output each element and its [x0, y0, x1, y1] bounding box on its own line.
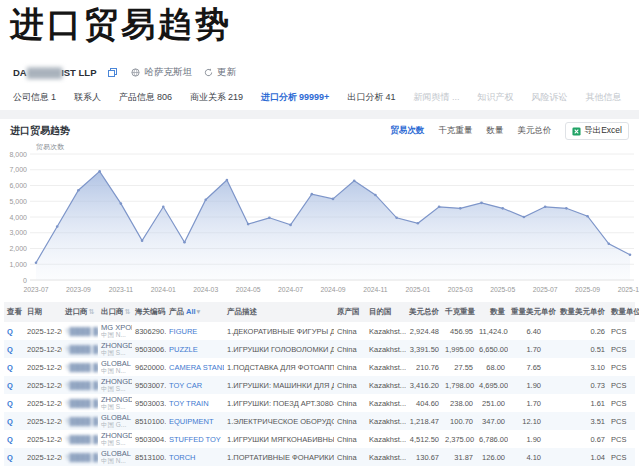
- x-tick-label: 2025-03: [448, 286, 473, 293]
- data-point[interactable]: [98, 170, 101, 173]
- trend-chart[interactable]: 01,0002,0003,0004,0005,0006,0007,0008,00…: [0, 142, 639, 300]
- data-point[interactable]: [586, 215, 589, 218]
- cell-exporter[interactable]: GLOBAL TR...中国 N...: [98, 358, 132, 376]
- cell-exporter[interactable]: ZHONGDA...中国 S...: [98, 430, 132, 448]
- cell-hs-code: 9503004...: [132, 430, 166, 448]
- cell-importer[interactable]: T████ █A██: [65, 435, 98, 444]
- col-header-6[interactable]: 产品All▾: [166, 302, 224, 322]
- data-point[interactable]: [565, 207, 568, 210]
- cell-importer[interactable]: T████ █A██: [65, 363, 98, 372]
- cell-importer[interactable]: T████ █A██: [65, 345, 98, 354]
- data-point[interactable]: [395, 216, 398, 219]
- cell-date: 2025-12-20: [24, 376, 62, 394]
- data-point[interactable]: [332, 198, 335, 201]
- cell-product-link[interactable]: EQUIPMENT: [169, 417, 214, 426]
- x-tick-label: 2023-07: [24, 286, 49, 293]
- view-detail-icon[interactable]: Q: [7, 453, 13, 462]
- cell-importer[interactable]: T████ █A██: [65, 381, 98, 390]
- cell-usd-total: 4,512.50: [406, 430, 442, 448]
- data-point[interactable]: [289, 224, 292, 227]
- cell-kg-weight: 1,798.00: [442, 376, 476, 394]
- table-row: Q2025-12-20T████ █A██GLOBAL TR...中国 N...…: [4, 448, 635, 466]
- cell-destination-country: Kazakhst...: [366, 358, 406, 376]
- view-detail-icon[interactable]: Q: [7, 435, 13, 444]
- data-point[interactable]: [459, 207, 462, 210]
- cell-product-link[interactable]: PUZZLE: [169, 345, 198, 354]
- trend-section-header: 进口贸易趋势 贸易次数千克重量数量美元总价 导出Excel: [0, 122, 639, 140]
- data-point[interactable]: [501, 207, 504, 210]
- export-excel-button[interactable]: 导出Excel: [565, 122, 629, 140]
- view-detail-icon[interactable]: Q: [7, 345, 13, 354]
- sort-icon[interactable]: ⇅: [125, 308, 131, 315]
- cell-exporter[interactable]: ZHONGDA...中国 S...: [98, 394, 132, 412]
- data-point[interactable]: [162, 205, 165, 208]
- x-tick-label: 2025-11: [618, 286, 639, 293]
- view-detail-icon[interactable]: Q: [7, 417, 13, 426]
- data-point[interactable]: [417, 222, 420, 225]
- data-point[interactable]: [268, 216, 271, 219]
- cell-description: 1.ИГРУШКИ: ПОЕЗД АРТ.3080-1 ВКЛЮЧАЯ РЕЛЬ…: [224, 394, 334, 412]
- cell-importer[interactable]: T████ █A██: [65, 417, 98, 426]
- cell-product-link[interactable]: TOY CAR: [169, 381, 202, 390]
- data-point[interactable]: [480, 202, 483, 205]
- data-point[interactable]: [607, 242, 610, 245]
- data-point[interactable]: [523, 216, 526, 219]
- cell-importer[interactable]: T████ █A██: [65, 327, 98, 336]
- cell-usd-per-kg: 1.90: [508, 376, 544, 394]
- data-point[interactable]: [247, 223, 250, 226]
- cell-exporter[interactable]: ZHONGDA...中国 S...: [98, 340, 132, 358]
- cell-exporter[interactable]: MG XPORT...中国 N...: [98, 322, 132, 340]
- cell-product-link[interactable]: STUFFED TOY: [169, 435, 221, 444]
- data-point[interactable]: [374, 194, 377, 197]
- cell-date: 2025-12-20: [24, 322, 62, 340]
- copy-icon[interactable]: [108, 68, 118, 78]
- cell-product-link[interactable]: TOY TRAIN: [169, 399, 209, 408]
- cell-exporter[interactable]: GLOBAL TR...中国 G...: [98, 412, 132, 430]
- data-point[interactable]: [120, 202, 123, 205]
- cell-importer[interactable]: T████ █A██: [65, 399, 98, 408]
- trend-section-title: 进口贸易趋势: [10, 124, 70, 138]
- col-header-label: 数量美元单价: [560, 307, 605, 316]
- data-point[interactable]: [629, 254, 632, 257]
- data-point[interactable]: [56, 225, 59, 228]
- view-detail-icon[interactable]: Q: [7, 363, 13, 372]
- cell-hs-code: 9503007...: [132, 376, 166, 394]
- filter-caret-icon[interactable]: ▾: [197, 307, 201, 316]
- view-detail-icon[interactable]: Q: [7, 381, 13, 390]
- data-point[interactable]: [353, 179, 356, 182]
- cell-product-link[interactable]: CAMERA STAND: [169, 363, 224, 372]
- col-header-4[interactable]: 出口商⇅: [98, 302, 132, 322]
- data-point[interactable]: [226, 179, 229, 182]
- view-detail-icon[interactable]: Q: [7, 327, 13, 336]
- view-detail-icon[interactable]: Q: [7, 399, 13, 408]
- col-header-label: 日期: [27, 307, 42, 316]
- metric-toggle-3[interactable]: 数量: [486, 125, 503, 137]
- metric-toggle-1[interactable]: 贸易次数: [390, 125, 424, 137]
- cell-kg-weight: 31.87: [442, 448, 476, 466]
- metric-toggle-2[interactable]: 千克重量: [438, 125, 472, 137]
- refresh-action[interactable]: 更新: [197, 66, 236, 79]
- data-point[interactable]: [35, 261, 38, 264]
- sort-icon[interactable]: ⇅: [89, 308, 95, 315]
- product-filter-value[interactable]: All: [186, 307, 196, 316]
- cell-importer[interactable]: T████ █A██: [65, 453, 98, 462]
- metric-toggle-4[interactable]: 美元总价: [517, 125, 551, 137]
- data-point[interactable]: [77, 189, 80, 192]
- col-header-label: 重量美元单价: [511, 307, 556, 316]
- data-point[interactable]: [204, 198, 207, 201]
- data-point[interactable]: [544, 205, 547, 208]
- data-point[interactable]: [310, 193, 313, 196]
- cell-origin-country: China: [334, 340, 366, 358]
- tab-label: 出口分析: [347, 92, 383, 102]
- data-point[interactable]: [438, 205, 441, 208]
- data-point[interactable]: [183, 241, 186, 244]
- cell-product-link[interactable]: FIGURE: [169, 327, 197, 336]
- cell-exporter[interactable]: ZHONGDA...中国 S...: [98, 376, 132, 394]
- cell-exporter[interactable]: GLOBAL TR...中国 N...: [98, 448, 132, 466]
- area-fill: [36, 171, 630, 280]
- tab-label: 商业关系: [190, 92, 226, 102]
- col-header-11: 千克重量: [442, 302, 476, 322]
- col-header-3[interactable]: 进口商⇅: [62, 302, 98, 322]
- cell-product-link[interactable]: TORCH: [169, 453, 196, 462]
- data-point[interactable]: [141, 239, 144, 242]
